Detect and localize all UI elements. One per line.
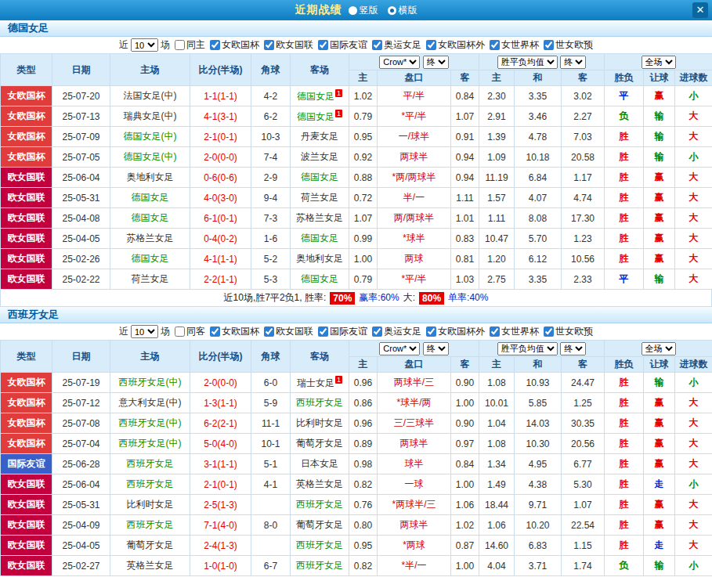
home-team-cell: 荷兰女足	[110, 269, 190, 290]
odds-stage-select[interactable]: 终	[423, 342, 449, 355]
checkbox-icon[interactable]	[210, 40, 220, 50]
match-row: 欧女国联25-04-05葡萄牙女足2-4(1-3)西班牙女足0.95*两球0.8…	[1, 536, 712, 556]
filter-checkbox-奥运女足[interactable]: 奥运女足	[372, 38, 421, 52]
filter-checkbox-女欧国杯[interactable]: 女欧国杯	[210, 325, 259, 338]
filter-checkbox-世女欧预[interactable]: 世女欧预	[544, 325, 593, 338]
asian-home-odds: 0.88	[349, 168, 378, 188]
team-name[interactable]: 西班牙女足	[296, 499, 343, 510]
team-name[interactable]: 瑞士女足	[297, 377, 334, 388]
filter-checkbox-欧女国联[interactable]: 欧女国联	[264, 38, 313, 52]
bookmaker-select[interactable]: Crow*	[379, 56, 420, 69]
checkbox-icon[interactable]	[210, 326, 220, 337]
filter-checkbox-女欧国杯外[interactable]: 女欧国杯外	[426, 38, 485, 52]
team-name[interactable]: 日本女足	[301, 458, 338, 469]
team-name[interactable]: 西班牙女足	[296, 397, 343, 408]
checkbox-icon[interactable]	[372, 326, 382, 337]
asian-home-odds: 0.96	[349, 373, 378, 393]
team-name[interactable]: 瑞典女足(中)	[124, 110, 177, 121]
result: 平	[605, 269, 644, 290]
lose-odds: 1.15	[562, 536, 605, 556]
team-name[interactable]: 德国女足(中)	[124, 151, 177, 162]
team-name[interactable]: 德国女足(中)	[124, 131, 177, 142]
team-name[interactable]: 波兰女足	[301, 151, 338, 162]
team-name[interactable]: 英格兰女足	[296, 478, 343, 489]
team-name[interactable]: 西班牙女足	[127, 478, 174, 489]
layout-radio-竖版[interactable]: 竖版	[349, 4, 378, 17]
avg-odds-select[interactable]: 胜平负均值	[497, 342, 558, 355]
filter-checkbox-女世界杯[interactable]: 女世界杯	[490, 325, 539, 338]
checkbox-icon[interactable]	[490, 40, 500, 50]
team-name[interactable]: 德国女足	[297, 111, 334, 122]
filter-checkbox-欧女国联[interactable]: 欧女国联	[264, 325, 313, 338]
team-name[interactable]: 葡萄牙女足	[296, 519, 343, 530]
team-name[interactable]: 比利时女足	[296, 417, 343, 428]
checkbox-icon[interactable]	[175, 326, 185, 337]
team-name[interactable]: 葡萄牙女足	[296, 438, 343, 449]
team-name[interactable]: 德国女足	[301, 273, 338, 284]
filter-checkbox-女世界杯[interactable]: 女世界杯	[490, 38, 539, 52]
recent-count-select[interactable]: 10	[131, 38, 158, 52]
team-name[interactable]: 德国女足	[132, 253, 169, 264]
team-name[interactable]: 西班牙女足(中)	[119, 377, 182, 388]
team-name[interactable]: 德国女足	[301, 233, 338, 243]
bookmaker-select[interactable]: Crow*	[379, 342, 420, 355]
team-name[interactable]: 西班牙女足(中)	[119, 417, 182, 428]
checkbox-icon[interactable]	[544, 40, 554, 50]
team-name[interactable]: 西班牙女足	[296, 560, 343, 571]
team-name[interactable]: 德国女足	[297, 91, 334, 102]
avg-odds-select[interactable]: 胜平负均值	[497, 56, 558, 69]
checkbox-icon[interactable]	[175, 40, 185, 50]
scope-select[interactable]: 全场	[642, 56, 676, 69]
team-name[interactable]: 西班牙女足	[296, 539, 343, 550]
team-name[interactable]: 苏格兰女足	[296, 212, 343, 223]
team-name[interactable]: 西班牙女足(中)	[119, 438, 182, 449]
scope-select[interactable]: 全场	[642, 342, 676, 355]
team-name[interactable]: 荷兰女足	[301, 192, 338, 203]
team-name[interactable]: 葡萄牙女足	[127, 539, 174, 550]
filter-checkbox-同客[interactable]: 同客	[175, 325, 205, 338]
checkbox-icon[interactable]	[372, 40, 382, 50]
win-odds: 1.57	[479, 188, 515, 208]
checkbox-icon[interactable]	[426, 40, 436, 50]
team-name[interactable]: 德国女足	[301, 171, 338, 182]
team-name[interactable]: 苏格兰女足	[127, 233, 174, 243]
checkbox-icon[interactable]	[426, 326, 436, 337]
checkbox-icon[interactable]	[490, 326, 500, 337]
home-team-cell: 西班牙女足(中)	[110, 434, 190, 454]
score: 1-3(1-1)	[190, 393, 251, 413]
checkbox-icon[interactable]	[318, 326, 328, 337]
team-name[interactable]: 荷兰女足	[132, 273, 169, 284]
avg-stage-select[interactable]: 终	[560, 56, 586, 69]
checkbox-icon[interactable]	[544, 326, 554, 337]
team-name[interactable]: 西班牙女足	[127, 458, 174, 469]
layout-radio-横版[interactable]: 横版	[388, 4, 417, 17]
checkbox-icon[interactable]	[264, 326, 274, 337]
team-name[interactable]: 法国女足(中)	[124, 90, 177, 101]
team-name[interactable]: 比利时女足	[127, 499, 174, 510]
asian-away-odds: 1.00	[451, 393, 479, 413]
team-name[interactable]: 奥地利女足	[296, 253, 343, 264]
filter-checkbox-国际友谊[interactable]: 国际友谊	[318, 325, 367, 338]
team-name[interactable]: 丹麦女足	[301, 131, 338, 142]
checkbox-icon[interactable]	[318, 40, 328, 50]
lose-odds: 24.47	[562, 373, 605, 393]
asian-handicap: *球半	[378, 229, 451, 249]
team-name[interactable]: 奥地利女足	[127, 171, 174, 182]
team-name[interactable]: 德国女足	[132, 192, 169, 203]
odds-stage-select[interactable]: 终	[423, 56, 449, 69]
avg-stage-select[interactable]: 终	[560, 342, 586, 355]
filter-checkbox-国际友谊[interactable]: 国际友谊	[318, 38, 367, 52]
team-name[interactable]: 德国女足	[132, 212, 169, 223]
team-name[interactable]: 西班牙女足	[127, 519, 174, 530]
team-name[interactable]: 英格兰女足	[127, 560, 174, 571]
close-icon[interactable]: ✕	[692, 2, 708, 18]
filter-checkbox-女欧国杯外[interactable]: 女欧国杯外	[426, 325, 485, 338]
team-name[interactable]: 意大利女足(中)	[119, 397, 182, 408]
checkbox-icon[interactable]	[264, 40, 274, 50]
filter-checkbox-女欧国杯[interactable]: 女欧国杯	[210, 38, 259, 52]
recent-count-select[interactable]: 10	[131, 325, 158, 338]
filter-checkbox-同主[interactable]: 同主	[175, 38, 205, 52]
corners: 9-4	[251, 188, 291, 208]
filter-checkbox-奥运女足[interactable]: 奥运女足	[372, 325, 421, 338]
filter-checkbox-世女欧预[interactable]: 世女欧预	[544, 38, 593, 52]
